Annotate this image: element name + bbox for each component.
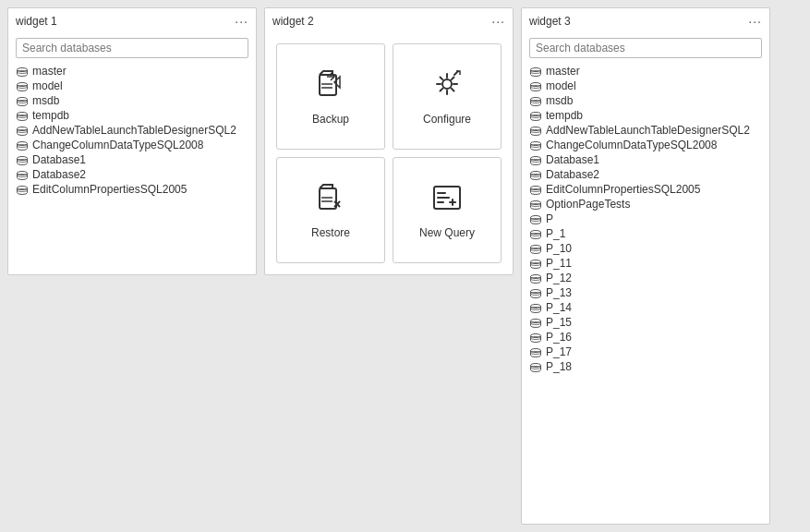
widget-2-title: widget 2 — [272, 15, 314, 28]
list-item[interactable]: P_16 — [529, 330, 762, 345]
widget-3-search-input[interactable] — [529, 38, 762, 58]
widget-2-header: widget 2 ··· — [265, 8, 513, 32]
widget-1-header: widget 1 ··· — [8, 8, 256, 32]
list-item[interactable]: P — [529, 212, 762, 226]
list-item[interactable]: msdb — [529, 93, 762, 108]
list-item[interactable]: P_12 — [529, 271, 762, 285]
db-name: P_12 — [546, 272, 572, 284]
db-name: master — [32, 65, 66, 78]
svg-point-19 — [442, 79, 452, 89]
list-item[interactable]: model — [16, 79, 248, 93]
db-name: msdb — [32, 94, 59, 107]
list-item[interactable]: EditColumnPropertiesSQL2005 — [16, 182, 248, 197]
db-name: Database2 — [32, 168, 86, 181]
list-item[interactable]: P_1 — [529, 226, 762, 241]
db-name: tempdb — [32, 109, 69, 122]
db-name: model — [546, 79, 576, 92]
list-item[interactable]: model — [529, 79, 762, 93]
new-query-card[interactable]: New Query — [393, 157, 502, 263]
database-icon — [529, 200, 542, 209]
list-item[interactable]: P_18 — [529, 359, 762, 374]
widget-3: widget 3 ··· master model msdb tempdb Ad… — [521, 7, 770, 525]
list-item[interactable]: tempdb — [529, 108, 762, 123]
list-item[interactable]: AddNewTableLaunchTableDesignerSQL2 — [529, 123, 762, 138]
db-name: P_18 — [546, 360, 572, 373]
db-name: ChangeColumnDataTypeSQL2008 — [32, 139, 203, 151]
db-name: P_10 — [546, 242, 572, 255]
database-icon — [529, 66, 542, 76]
new-query-icon — [430, 181, 464, 221]
list-item[interactable]: tempdb — [16, 108, 248, 123]
db-name: msdb — [546, 94, 573, 107]
svg-rect-20 — [320, 188, 336, 209]
database-icon — [16, 155, 29, 164]
list-item[interactable]: OptionPageTests — [529, 197, 762, 212]
database-icon — [16, 185, 29, 194]
widget-2-menu-icon[interactable]: ··· — [491, 14, 505, 29]
db-name: master — [546, 65, 580, 78]
database-icon — [529, 214, 542, 224]
db-name: OptionPageTests — [546, 198, 630, 211]
widget-3-header: widget 3 ··· — [522, 8, 769, 32]
db-name: P_13 — [546, 286, 572, 299]
new-query-label: New Query — [419, 226, 475, 239]
db-name: P — [546, 212, 553, 225]
list-item[interactable]: master — [529, 64, 762, 79]
backup-card[interactable]: Backup — [276, 43, 385, 150]
database-icon — [529, 126, 542, 135]
widget-3-body: master model msdb tempdb AddNewTableLaun… — [522, 32, 769, 524]
list-item[interactable]: P_11 — [529, 256, 762, 271]
database-icon — [16, 96, 29, 105]
list-item[interactable]: Database2 — [529, 167, 762, 182]
db-name: tempdb — [546, 109, 583, 122]
database-icon — [16, 126, 29, 135]
db-name: Database2 — [546, 168, 599, 181]
database-icon — [529, 273, 542, 283]
list-item[interactable]: ChangeColumnDataTypeSQL2008 — [16, 138, 248, 152]
database-icon — [529, 288, 542, 297]
database-icon — [16, 81, 29, 91]
database-icon — [529, 259, 542, 268]
list-item[interactable]: Database2 — [16, 167, 248, 182]
list-item[interactable]: P_15 — [529, 315, 762, 330]
list-item[interactable]: EditColumnPropertiesSQL2005 — [529, 182, 762, 197]
database-icon — [529, 229, 542, 238]
backup-icon — [314, 67, 347, 107]
configure-card[interactable]: Configure — [393, 43, 502, 150]
list-item[interactable]: msdb — [16, 93, 248, 108]
widget-1-menu-icon[interactable]: ··· — [235, 14, 248, 29]
database-icon — [529, 332, 542, 342]
db-name: P_16 — [546, 331, 572, 344]
list-item[interactable]: master — [16, 64, 248, 79]
configure-icon — [430, 67, 464, 107]
database-icon — [16, 140, 29, 150]
widget-2-body: Backup Configure — [265, 32, 513, 274]
restore-card[interactable]: Restore — [276, 157, 385, 263]
list-item[interactable]: AddNewTableLaunchTableDesignerSQL2 — [16, 123, 248, 138]
database-icon — [529, 303, 542, 312]
list-item[interactable]: P_14 — [529, 300, 762, 315]
widget-1-db-list: master model msdb tempdb AddNewTableLaun… — [16, 64, 248, 197]
list-item[interactable]: Database1 — [529, 152, 762, 167]
list-item[interactable]: P_13 — [529, 285, 762, 300]
configure-label: Configure — [423, 113, 471, 126]
widget-2: widget 2 ··· Backup — [264, 7, 514, 275]
database-icon — [529, 244, 542, 253]
db-name: Database1 — [546, 153, 599, 166]
list-item[interactable]: ChangeColumnDataTypeSQL2008 — [529, 138, 762, 152]
restore-label: Restore — [311, 226, 350, 239]
widget-3-db-list: master model msdb tempdb AddNewTableLaun… — [529, 64, 762, 374]
database-icon — [529, 155, 542, 164]
list-item[interactable]: P_10 — [529, 241, 762, 256]
db-name: EditColumnPropertiesSQL2005 — [546, 183, 700, 196]
widget-3-menu-icon[interactable]: ··· — [748, 14, 762, 29]
database-icon — [529, 170, 542, 179]
widget-1-search-input[interactable] — [16, 38, 248, 58]
list-item[interactable]: Database1 — [16, 152, 248, 167]
database-icon — [529, 362, 542, 371]
db-name: AddNewTableLaunchTableDesignerSQL2 — [32, 124, 236, 137]
widget-1-body: master model msdb tempdb AddNewTableLaun… — [8, 32, 256, 202]
list-item[interactable]: P_17 — [529, 345, 762, 359]
database-icon — [529, 96, 542, 105]
database-icon — [16, 66, 29, 76]
